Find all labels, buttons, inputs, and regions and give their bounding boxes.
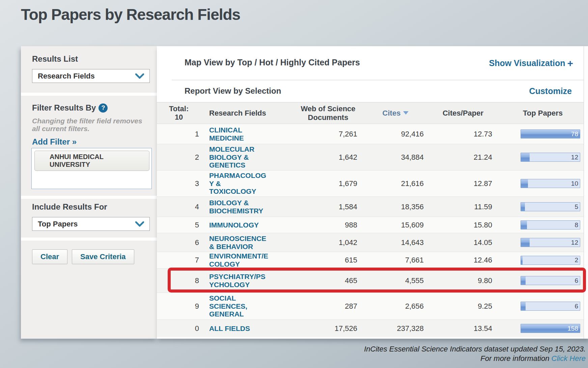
top-papers-cell: 2 [498, 256, 588, 265]
filter-heading-text: Filter Results By [32, 103, 96, 112]
cites-cell: 18,356 [363, 203, 428, 211]
field-link[interactable]: PSYCHIATRY/PSYCHOLOGY [209, 273, 265, 289]
top-papers-bar-fill [521, 238, 530, 247]
top-papers-value: 12 [571, 154, 578, 161]
rank-cell: 2 [157, 153, 209, 162]
cites-cell: 14,643 [363, 238, 428, 247]
field-link[interactable]: CLINICALMEDICINE [209, 126, 244, 142]
scrollbar-track[interactable] [584, 46, 588, 339]
total-label: Total: [169, 104, 189, 113]
results-list-section: Results List Research Fields [21, 46, 157, 93]
show-visualization-link[interactable]: Show Visualization+ [489, 58, 573, 69]
section-divider [21, 196, 157, 199]
customize-link[interactable]: Customize [529, 86, 572, 96]
top-papers-bar: 78 [521, 129, 580, 139]
field-link[interactable]: ALL FIELDS [209, 325, 250, 333]
wos-documents-cell: 7,261 [293, 130, 363, 139]
filter-section: Filter Results By? Changing the filter f… [21, 96, 157, 196]
add-filter-link[interactable]: Add Filter » [32, 137, 77, 147]
cites-per-paper-cell: 12.87 [428, 179, 498, 188]
top-papers-bar: 158 [521, 324, 580, 333]
field-link[interactable]: ENVIRONMENT/ECOLOGY [209, 252, 268, 268]
top-papers-value: 8 [575, 221, 578, 229]
top-papers-value: 5 [575, 203, 578, 211]
field-link[interactable]: BIOLOGY &BIOCHEMISTRY [209, 199, 263, 215]
include-results-value: Top Papers [38, 220, 135, 228]
field-cell: ENVIRONMENT/ECOLOGY [209, 252, 293, 268]
field-link[interactable]: SOCIALSCIENCES,GENERAL [209, 294, 247, 318]
cites-per-paper-cell: 9.80 [428, 276, 498, 285]
cites-cell: 34,884 [363, 153, 428, 162]
dataset-updated-note: InCites Essential Science Indicators dat… [364, 344, 586, 354]
include-results-dropdown[interactable]: Top Papers [32, 217, 150, 231]
table-header-row: Total:10 Research Fields Web of Science … [157, 102, 588, 124]
column-header-research-fields[interactable]: Research Fields [209, 109, 293, 118]
field-cell: NEUROSCIENCE& BEHAVIOR [209, 235, 293, 251]
filter-heading: Filter Results By? [32, 103, 150, 113]
rank-cell: 6 [157, 238, 209, 247]
top-papers-bar: 8 [521, 220, 580, 229]
wos-documents-cell: 988 [293, 221, 363, 229]
wos-documents-cell: 1,642 [293, 153, 363, 162]
results-table: Total:10 Research Fields Web of Science … [157, 102, 588, 337]
wos-documents-cell: 287 [293, 302, 363, 311]
more-info-note: For more information Click Here [364, 354, 586, 363]
cites-cell: 7,661 [363, 256, 428, 265]
field-cell: BIOLOGY &BIOCHEMISTRY [209, 199, 293, 215]
cites-cell: 92,416 [363, 130, 428, 139]
column-header-top-papers[interactable]: Top Papers [498, 109, 588, 118]
field-cell: PSYCHIATRY/PSYCHOLOGY [209, 273, 293, 289]
top-papers-cell: 10 [498, 179, 588, 188]
top-papers-bar-fill [521, 203, 525, 211]
table-row: 2MOLECULARBIOLOGY &GENETICS1,64234,88421… [157, 144, 588, 170]
wos-documents-cell: 1,042 [293, 238, 363, 247]
top-papers-bar: 10 [521, 179, 580, 188]
field-link[interactable]: IMMUNOLOGY [209, 221, 259, 229]
table-row: 4BIOLOGY &BIOCHEMISTRY1,58418,35611.595 [157, 196, 588, 217]
cites-per-paper-cell: 12.73 [428, 130, 498, 139]
section-divider [21, 93, 157, 96]
cites-cell: 2,656 [363, 302, 428, 311]
wos-documents-cell: 615 [293, 256, 363, 265]
save-criteria-button[interactable]: Save Criteria [72, 249, 134, 264]
rank-cell: 9 [157, 302, 209, 311]
help-icon[interactable]: ? [99, 103, 108, 113]
cites-cell: 237,328 [363, 324, 428, 333]
click-here-link[interactable]: Click Here [552, 354, 586, 363]
filter-listbox[interactable]: ANHUI MEDICAL UNIVERSITY [31, 148, 152, 189]
content-area: Results List Research Fields Filter Resu… [21, 46, 588, 339]
top-papers-cell: 6 [498, 276, 588, 285]
cites-per-paper-cell: 15.80 [428, 221, 498, 229]
results-list-dropdown[interactable]: Research Fields [32, 69, 150, 83]
results-list-value: Research Fields [38, 72, 135, 81]
filter-item[interactable]: ANHUI MEDICAL UNIVERSITY [34, 151, 149, 171]
table-row: 7ENVIRONMENT/ECOLOGY6157,66112.462 [157, 252, 588, 268]
cites-per-paper-cell: 14.05 [428, 238, 498, 247]
top-papers-bar: 12 [521, 238, 580, 247]
top-papers-cell: 12 [498, 153, 588, 162]
table-row: 1CLINICALMEDICINE7,26192,41612.7378 [157, 124, 588, 144]
top-papers-value: 12 [571, 239, 578, 246]
cites-cell: 21,616 [363, 179, 428, 188]
rank-cell: 8 [157, 276, 209, 285]
field-link[interactable]: MOLECULARBIOLOGY &GENETICS [209, 145, 254, 170]
column-header-cites-sorted[interactable]: Cites [363, 109, 428, 118]
column-header-cites-per-paper[interactable]: Cites/Paper [428, 109, 498, 118]
top-papers-cell: 5 [498, 202, 588, 211]
cites-per-paper-cell: 11.59 [428, 203, 498, 211]
show-visualization-label: Show Visualization [489, 58, 565, 68]
clear-button[interactable]: Clear [32, 249, 67, 264]
field-cell: PHARMACOLOGY &TOXICOLOGY [209, 172, 293, 196]
field-cell: SOCIALSCIENCES,GENERAL [209, 294, 293, 318]
cites-per-paper-cell: 12.46 [428, 256, 498, 265]
wos-documents-cell: 1,679 [293, 179, 363, 188]
map-view-title: Map View by Top / Hot / Highly Cited Pap… [185, 58, 489, 67]
top-papers-bar: 5 [521, 202, 580, 211]
table-row: 3PHARMACOLOGY &TOXICOLOGY1,67921,61612.8… [157, 170, 588, 196]
column-header-wos-documents[interactable]: Web of Science Documents [293, 104, 363, 122]
wos-documents-cell: 465 [293, 276, 363, 285]
cites-header-label: Cites [383, 109, 401, 117]
top-papers-value: 2 [575, 256, 578, 264]
field-link[interactable]: PHARMACOLOGY &TOXICOLOGY [209, 172, 266, 196]
field-link[interactable]: NEUROSCIENCE& BEHAVIOR [209, 235, 266, 251]
